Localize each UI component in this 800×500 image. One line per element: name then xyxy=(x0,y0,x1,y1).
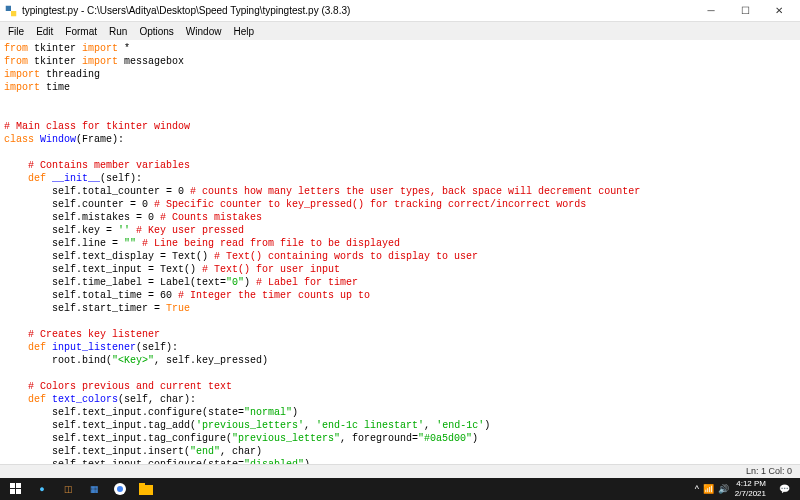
menubar: File Edit Format Run Options Window Help xyxy=(0,22,800,40)
start-button[interactable] xyxy=(4,478,28,500)
clock-date: 2/7/2021 xyxy=(735,489,766,499)
menu-file[interactable]: File xyxy=(2,24,30,39)
taskbar-clock[interactable]: 4:12 PM 2/7/2021 xyxy=(735,479,766,499)
cursor-position: Ln: 1 Col: 0 xyxy=(746,466,792,476)
statusbar: Ln: 1 Col: 0 xyxy=(0,464,800,478)
clock-time: 4:12 PM xyxy=(735,479,766,489)
svg-rect-3 xyxy=(16,483,21,488)
svg-rect-4 xyxy=(10,489,15,494)
svg-rect-5 xyxy=(16,489,21,494)
menu-format[interactable]: Format xyxy=(59,24,103,39)
code-editor[interactable]: from tkinter import * from tkinter impor… xyxy=(0,40,800,465)
window-controls: ─ ☐ ✕ xyxy=(694,0,796,22)
python-icon xyxy=(4,4,18,18)
app-icon-1[interactable]: ▦ xyxy=(82,478,106,500)
svg-point-7 xyxy=(117,486,123,492)
menu-window[interactable]: Window xyxy=(180,24,228,39)
svg-rect-9 xyxy=(139,483,145,486)
svg-rect-8 xyxy=(139,485,153,495)
menu-options[interactable]: Options xyxy=(133,24,179,39)
task-view-icon[interactable]: ◫ xyxy=(56,478,80,500)
close-button[interactable]: ✕ xyxy=(762,0,796,22)
volume-icon[interactable]: 🔊 xyxy=(718,484,729,494)
cortana-icon[interactable]: ● xyxy=(30,478,54,500)
explorer-icon[interactable] xyxy=(134,478,158,500)
titlebar: typingtest.py - C:\Users\Aditya\Desktop\… xyxy=(0,0,800,22)
system-tray[interactable]: ^ 📶 🔊 xyxy=(695,484,729,494)
menu-run[interactable]: Run xyxy=(103,24,133,39)
maximize-button[interactable]: ☐ xyxy=(728,0,762,22)
chrome-icon[interactable] xyxy=(108,478,132,500)
taskbar: ● ◫ ▦ ^ 📶 🔊 4:12 PM 2/7/2021 💬 xyxy=(0,478,800,500)
minimize-button[interactable]: ─ xyxy=(694,0,728,22)
menu-edit[interactable]: Edit xyxy=(30,24,59,39)
svg-rect-1 xyxy=(11,11,16,16)
menu-help[interactable]: Help xyxy=(227,24,260,39)
svg-rect-0 xyxy=(6,5,11,10)
svg-rect-2 xyxy=(10,483,15,488)
window-title: typingtest.py - C:\Users\Aditya\Desktop\… xyxy=(22,5,694,16)
notifications-icon[interactable]: 💬 xyxy=(772,478,796,500)
tray-chevron-icon[interactable]: ^ xyxy=(695,484,699,494)
wifi-icon[interactable]: 📶 xyxy=(703,484,714,494)
